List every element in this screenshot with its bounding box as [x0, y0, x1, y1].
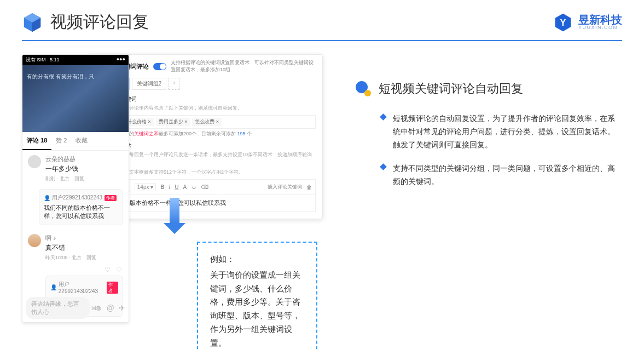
tab-likes[interactable]: 赞 2 [51, 132, 71, 150]
diamond-icon [381, 115, 387, 151]
emoji-icon[interactable]: ☺ [191, 184, 196, 190]
dislike-icon[interactable]: ♡ [116, 321, 122, 323]
font-size-select[interactable]: 14px ▾ [135, 183, 156, 191]
send-icon[interactable]: ✈ [119, 304, 125, 312]
keyword-tag[interactable]: 费用是多少 × [156, 118, 190, 126]
brand-name-cn: 昱新科技 [578, 14, 622, 25]
comment-item: 啊 ♪ 真不错 昨天10:08 · 北京 回复 [22, 230, 129, 266]
like-icon[interactable]: ♡ [105, 321, 111, 323]
comment-meta: 刚刚 · 北京 回复 [45, 175, 84, 182]
like-icon[interactable]: ♡ [105, 266, 111, 273]
comment-user: 云朵的赫赫 [45, 155, 84, 163]
mention-icon[interactable]: @ [107, 304, 114, 312]
tab-favorites[interactable]: 收藏 [71, 132, 92, 150]
comment-text: 一年多少钱 [45, 164, 84, 174]
reply-card: 👤 用户2299214302243作者 我们不同的版本价格不一样，您可以私信联系… [39, 189, 123, 225]
keyword-group-tab-2[interactable]: 关键词组2 [132, 78, 167, 90]
example-box: 例如： 关于询价的设置成一组关键词，多少钱、什么价格，费用多少等。关于咨询班型、… [197, 242, 317, 349]
section-bullet-icon [356, 81, 371, 96]
diamond-icon [381, 164, 387, 188]
logo-cube-icon [22, 12, 43, 33]
auto-reply-toggle[interactable] [153, 63, 166, 70]
bullet-text: 支持不同类型的关键词分组，同一类问题，可设置多个相近的、高频的关键词。 [393, 162, 622, 188]
example-text: 关于询价的设置成一组关键词，多少钱、什么价格，费用多少等。关于咨询班型、版本、型… [210, 268, 304, 349]
add-keyword-group-button[interactable]: + [169, 78, 179, 90]
phone-video-area: 有的分有很 有笑分有泪，只 [22, 65, 129, 132]
author-badge: 作者 [107, 282, 118, 294]
bullet-text: 短视频评论的自动回复设置，为了提升作者的评论回复效率，在系统中针对常见的评论用户… [393, 112, 622, 151]
insert-keyword-button[interactable]: 插入评论关键词 [268, 184, 302, 191]
example-label: 例如： [210, 253, 304, 266]
comment-user: 啊 ♪ [45, 234, 123, 242]
brand-logo-icon: Y [553, 13, 573, 32]
italic-icon[interactable]: I [169, 184, 170, 190]
person-icon: 👤 [50, 284, 57, 290]
reply-user: 用户2299214302243 [59, 281, 105, 294]
svg-text:Y: Y [560, 18, 566, 27]
phone-preview: 没有 SIM · 5:11●●● 有的分有很 有笑分有泪，只 评论 18 赞 2… [22, 54, 129, 323]
tab-comments[interactable]: 评论 18 [22, 132, 51, 150]
feature-bullet: 支持不同类型的关键词分组，同一类问题，可设置多个相近的、高频的关键词。 [356, 162, 622, 188]
page-title: 视频评论回复 [50, 11, 149, 33]
phone-comment-tabs: 评论 18 赞 2 收藏 [22, 132, 129, 151]
phone-status-bar: 没有 SIM · 5:11●●● [22, 55, 129, 65]
flow-arrow-icon [170, 198, 185, 234]
avatar [28, 234, 41, 247]
comment-input[interactable]: 善语结善缘，恶言伤人心 [26, 297, 90, 319]
feature-bullet: 短视频评论的自动回复设置，为了提升作者的评论回复效率，在系统中针对常见的评论用户… [356, 112, 622, 151]
section-heading: 短视频关键词评论自动回复 [379, 81, 523, 97]
reply-text: 我们不同的版本价格不一样，您可以私信联系我 [44, 204, 118, 220]
brand-block: Y 昱新科技 YUUXIN.COM [553, 13, 622, 32]
avatar [28, 155, 41, 168]
emoji-icon[interactable]: ☺ [94, 304, 102, 312]
comment-meta: 昨天10:08 · 北京 回复 [45, 254, 123, 261]
comment-text: 真不错 [45, 243, 123, 253]
author-badge: 作者 [105, 195, 117, 201]
brand-name-en: YUUXIN.COM [578, 25, 622, 30]
font-color-icon[interactable]: A [183, 184, 187, 190]
bold-icon[interactable]: B [160, 184, 164, 190]
dislike-icon[interactable]: ♡ [116, 266, 122, 273]
underline-icon[interactable]: U [175, 184, 178, 190]
clear-format-icon[interactable]: ⌫ [201, 184, 208, 190]
person-icon: 👤 [44, 195, 50, 201]
comment-item: 云朵的赫赫 一年多少钱 刚刚 · 北京 回复 [22, 151, 129, 187]
auto-reply-desc: 支持根据评论的关键词设置回复话术，可以针对不同类型关键词设置回复话术，最多添加1… [171, 59, 316, 73]
delete-icon[interactable]: 🗑 [306, 184, 312, 190]
reply-user: 用户2299214302243 [52, 194, 102, 202]
keyword-tag[interactable]: 怎么收费 × [192, 118, 222, 126]
